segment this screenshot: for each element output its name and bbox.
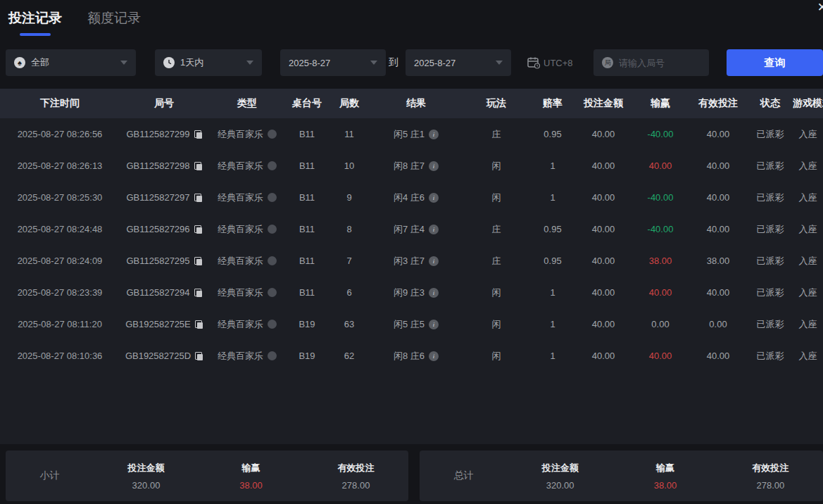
round-id-cell: GB1125827295 [120,256,208,266]
table-no-cell: B11 [286,256,328,266]
round-id-search-field[interactable]: 局 [593,49,709,76]
win-loss-cell: -40.00 [632,129,689,139]
result-value: 闲5 庄1 [394,128,425,141]
info-icon[interactable]: i [429,351,439,361]
odds-cell: 0.95 [531,129,574,139]
tab-bet-records[interactable]: 投注记录 [8,9,62,36]
game-type-select[interactable]: ♠ 全部 [6,49,136,76]
status-cell: 已派彩 [748,318,793,331]
result-value: 闲7 庄4 [394,223,425,236]
table-row: 2025-08-27 08:26:13 GB1125827298 经典百家乐 B… [0,150,823,182]
win-loss-cell: 38.00 [632,256,689,266]
play-cell: 庄 [462,223,531,236]
copy-icon[interactable] [194,225,202,234]
play-cell: 闲 [462,160,531,172]
info-icon[interactable]: i [429,288,439,298]
table-row: 2025-08-27 08:24:09 GB1125827295 经典百家乐 B… [0,245,823,277]
date-to-picker[interactable]: 2025-8-27 [406,49,511,76]
game-type-cell: 经典百家乐 [208,223,286,236]
result-cell: 闲3 庄7 i [370,255,462,267]
bet-amount-cell: 40.00 [574,224,632,234]
odds-cell: 1 [531,351,574,361]
game-badge-icon [268,225,277,234]
col-round-id: 局号 [120,97,208,110]
game-badge-icon [268,288,277,297]
valid-bet-cell: 40.00 [689,160,748,171]
game-mode-cell: 入座 [793,128,823,141]
subtotal-bet-amount: 投注金额 320.00 [94,462,199,491]
chevron-down-icon [496,61,503,65]
result-cell: 闲5 庄1 i [370,128,462,141]
result-value: 闲5 庄5 [394,318,425,331]
date-from-picker[interactable]: 2025-8-27 [280,49,386,76]
round-id-cell: GB192582725E [120,319,208,329]
valid-bet-cell: 0.00 [689,319,748,329]
round-id-input[interactable] [619,58,701,68]
tab-quota-records[interactable]: 额度记录 [87,9,141,36]
win-loss-cell: -40.00 [632,224,689,234]
table-no-cell: B11 [286,224,328,234]
round-no-cell: 62 [328,351,370,361]
subtotal-label: 小计 [6,470,94,482]
round-no-cell: 7 [328,256,370,266]
time-range-select[interactable]: 1天内 [155,49,262,76]
timezone-value: UTC+8 [544,58,573,68]
round-id-value: GB1125827295 [126,256,189,266]
info-icon[interactable]: i [429,256,439,266]
table-no-cell: B11 [286,287,328,298]
status-cell: 已派彩 [748,128,793,141]
bet-amount-cell: 40.00 [574,160,632,171]
play-cell: 闲 [462,286,531,299]
total-win-loss: 输赢 38.00 [612,462,717,491]
win-loss-cell: 40.00 [632,351,689,361]
copy-icon[interactable] [194,289,202,297]
bet-records-table: 下注时间 局号 类型 桌台号 局数 结果 玩法 赔率 投注金额 输赢 有效投注 … [0,89,823,444]
col-status: 状态 [748,97,793,110]
col-game-type: 类型 [208,97,286,110]
game-mode-cell: 入座 [793,223,823,236]
game-type-value: 经典百家乐 [218,350,263,363]
game-mode-cell: 入座 [793,255,823,267]
copy-icon[interactable] [195,352,203,360]
table-row: 2025-08-27 08:11:20 GB192582725E 经典百家乐 B… [0,308,823,340]
round-id-cell: GB1125827298 [120,160,208,171]
table-body: 2025-08-27 08:26:56 GB1125827299 经典百家乐 B… [0,118,823,372]
win-loss-cell: 0.00 [632,319,689,329]
copy-icon[interactable] [195,320,203,329]
result-value: 闲8 庄6 [394,350,425,363]
round-id-value: GB1125827294 [126,287,189,298]
info-icon[interactable]: i [429,193,439,203]
round-no-cell: 9 [328,192,370,203]
bet-amount-cell: 40.00 [574,287,632,298]
round-no-cell: 63 [328,319,370,329]
status-cell: 已派彩 [748,350,793,363]
result-value: 闲9 庄3 [394,286,425,299]
round-id-cell: GB1125827299 [120,129,208,139]
copy-icon[interactable] [194,257,202,265]
table-header: 下注时间 局号 类型 桌台号 局数 结果 玩法 赔率 投注金额 输赢 有效投注 … [0,89,823,118]
round-id-value: GB192582725D [125,351,191,361]
info-icon[interactable]: i [429,320,439,329]
bet-time-cell: 2025-08-27 08:24:48 [0,224,120,234]
search-button[interactable]: 查询 [727,49,823,76]
info-icon[interactable]: i [429,225,439,234]
game-mode-cell: 入座 [793,160,823,172]
round-no-cell: 8 [328,224,370,234]
table-no-cell: B11 [286,129,328,139]
clock-icon [163,57,175,68]
game-type-value: 经典百家乐 [218,318,263,331]
close-icon[interactable]: ✕ [817,1,823,13]
copy-icon[interactable] [194,194,202,202]
round-id-cell: GB1125827294 [120,287,208,298]
valid-bet-cell: 38.00 [689,256,748,266]
copy-icon[interactable] [194,130,202,139]
col-game-mode: 游戏模式 [793,97,823,110]
round-id-value: GB1125827296 [126,224,189,234]
play-cell: 闲 [462,350,531,363]
odds-cell: 0.95 [531,224,574,234]
info-icon[interactable]: i [429,161,439,171]
game-type-value: 经典百家乐 [218,128,263,141]
col-bet-amount: 投注金额 [574,97,632,110]
copy-icon[interactable] [194,162,202,170]
info-icon[interactable]: i [429,130,439,139]
